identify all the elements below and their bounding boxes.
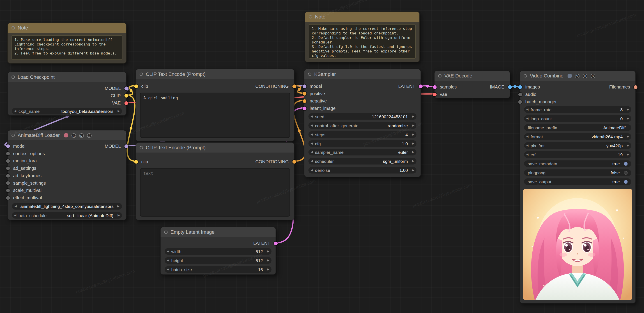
node-ksampler[interactable]: KSampler model positive negative latent_… (304, 69, 421, 177)
node-header[interactable]: KSampler (304, 69, 420, 79)
prev-arrow-icon[interactable]: ◀ (524, 108, 530, 111)
node-header[interactable]: CLIP Text Encode (Prompt) (136, 143, 294, 153)
input-port[interactable] (6, 196, 10, 199)
widget-frame-rate[interactable]: ◀ frame_rate 8 ▶ (524, 106, 631, 113)
collapse-dot-icon[interactable] (12, 134, 15, 137)
input-port[interactable] (6, 174, 10, 177)
widget-save-metadata[interactable]: save_metadata true (524, 160, 631, 167)
input-port-audio[interactable] (518, 93, 522, 96)
input-port-model[interactable] (6, 144, 10, 148)
widget-save-output[interactable]: save_output true (524, 178, 631, 185)
output-slot-image[interactable]: IMAGE (490, 83, 510, 91)
input-slot-clip[interactable]: clip (136, 82, 148, 90)
input-port-samples[interactable] (433, 85, 436, 89)
input-port-batch-manager[interactable] (518, 100, 522, 104)
output-port-clip[interactable] (124, 94, 128, 97)
next-arrow-icon[interactable]: ▶ (410, 124, 416, 127)
node-video-combine[interactable]: Video Combine V H S images audio batch_m… (520, 70, 636, 304)
input-port-latent-image[interactable] (302, 107, 306, 110)
node-clip-text-encode-positive[interactable]: CLIP Text Encode (Prompt) clip CONDITION… (136, 69, 294, 142)
input-slot-latent-image[interactable]: latent_image (304, 105, 336, 112)
note-text[interactable]: 1. Make sure loading the correct Animate… (12, 35, 122, 60)
collapse-dot-icon[interactable] (12, 26, 15, 30)
collapse-dot-icon[interactable] (308, 72, 312, 76)
prev-arrow-icon[interactable]: ◀ (308, 124, 315, 127)
prev-arrow-icon[interactable]: ◀ (524, 117, 530, 120)
prev-arrow-icon[interactable]: ◀ (308, 115, 315, 118)
input-port[interactable] (6, 188, 10, 192)
next-arrow-icon[interactable]: ▶ (410, 142, 416, 145)
node-header[interactable]: VAE Decode (434, 71, 510, 81)
next-arrow-icon[interactable]: ▶ (116, 109, 122, 113)
output-slot-conditioning[interactable]: CONDITIONING (255, 82, 294, 90)
input-slot-effect-multival[interactable]: effect_multival (8, 194, 42, 201)
output-port-latent[interactable] (419, 84, 422, 88)
input-port[interactable] (6, 166, 10, 170)
input-port-clip[interactable] (134, 84, 138, 88)
next-arrow-icon[interactable]: ▶ (624, 135, 631, 138)
input-port-negative[interactable] (302, 99, 306, 103)
next-arrow-icon[interactable]: ▶ (624, 144, 631, 147)
collapse-dot-icon[interactable] (12, 75, 15, 79)
node-vae-decode[interactable]: VAE Decode samples vae IMAGE (434, 70, 510, 98)
output-slot-model[interactable]: MODEL (105, 84, 126, 92)
prev-arrow-icon[interactable]: ◀ (164, 250, 171, 253)
next-arrow-icon[interactable]: ▶ (410, 160, 416, 163)
node-header[interactable]: Video Combine V H S (520, 71, 636, 81)
next-arrow-icon[interactable]: ▶ (115, 203, 122, 210)
next-arrow-icon[interactable]: ▶ (116, 214, 122, 217)
output-port-vae[interactable] (124, 101, 128, 105)
widget-height[interactable]: ◀ height 512 ▶ (164, 257, 272, 264)
output-port-model[interactable] (124, 86, 128, 90)
next-arrow-icon[interactable]: ▶ (624, 117, 631, 120)
node-graph-canvas[interactable]: Note 1. Make sure loading the correct An… (0, 0, 644, 313)
widget-ckpt-name[interactable]: ◀ ckpt_name toonyou_beta6.safetensors ▶ (12, 108, 122, 114)
node-header[interactable]: CLIP Text Encode (Prompt) (136, 69, 294, 79)
input-slot-vae[interactable]: vae (434, 91, 447, 98)
input-port-model[interactable] (302, 84, 306, 88)
prev-arrow-icon[interactable]: ◀ (308, 151, 315, 154)
input-slot-clip[interactable]: clip (136, 158, 148, 165)
widget-denoise[interactable]: ◀ denoise 1.00 ▶ (308, 167, 416, 173)
node-load-checkpoint[interactable]: Load Checkpoint MODEL CLIP VAE ◀ ckpt_na… (8, 72, 126, 116)
prev-arrow-icon[interactable]: ◀ (524, 135, 530, 138)
input-slot-ad-keyframes[interactable]: ad_keyframes (8, 172, 42, 179)
widget-crf[interactable]: ◀ crf 19 ▶ (524, 151, 631, 158)
input-slot-context-options[interactable]: context_options (8, 150, 45, 157)
next-arrow-icon[interactable]: ▶ (410, 133, 416, 136)
node-header[interactable]: AnimateDiff Loader A D ① (8, 130, 126, 140)
output-port-model[interactable] (124, 144, 128, 148)
input-port-images[interactable] (518, 85, 522, 89)
widget-control-after-generate[interactable]: ◀ control_after_generate randomize ▶ (308, 122, 416, 129)
input-port[interactable] (6, 152, 10, 155)
input-port-vae[interactable] (433, 93, 436, 96)
input-slot-samples[interactable]: samples (434, 83, 456, 91)
collapse-dot-icon[interactable] (140, 146, 143, 149)
node-clip-text-encode-negative[interactable]: CLIP Text Encode (Prompt) clip CONDITION… (136, 142, 294, 220)
widget-beta-schedule[interactable]: ◀ beta_schedule sqrt_linear (AnimateDiff… (12, 212, 122, 219)
node-empty-latent-image[interactable]: Empty Latent Image LATENT ◀ width 512 ▶ … (160, 227, 276, 275)
prev-arrow-icon[interactable]: ◀ (308, 160, 315, 163)
input-port-clip[interactable] (134, 160, 138, 163)
next-arrow-icon[interactable]: ▶ (410, 169, 416, 172)
prev-arrow-icon[interactable]: ◀ (308, 169, 315, 172)
widget-cfg[interactable]: ◀ cfg 1.0 ▶ (308, 140, 416, 147)
input-slot-scale-multival[interactable]: scale_multival (8, 187, 42, 194)
next-arrow-icon[interactable]: ▶ (624, 153, 631, 156)
node-header[interactable]: Load Checkpoint (8, 72, 126, 82)
prev-arrow-icon[interactable]: ◀ (164, 259, 171, 262)
collapse-dot-icon[interactable] (164, 231, 168, 234)
note-text[interactable]: 1. Make sure using the correct inference… (309, 24, 416, 59)
collapse-dot-icon[interactable] (438, 74, 442, 78)
prev-arrow-icon[interactable]: ◀ (308, 133, 315, 136)
prev-arrow-icon[interactable]: ◀ (164, 268, 171, 271)
prev-arrow-icon[interactable]: ◀ (524, 153, 530, 156)
widget-scheduler[interactable]: ◀ scheduler sgm_uniform ▶ (308, 158, 416, 164)
node-note-1[interactable]: Note 1. Make sure loading the correct An… (8, 22, 126, 63)
node-note-2[interactable]: Note 1. Make sure using the correct infe… (305, 11, 420, 62)
input-slot-positive[interactable]: positive (304, 90, 325, 97)
widget-sampler-name[interactable]: ◀ sampler_name euler ▶ (308, 149, 416, 155)
input-slot-model[interactable]: model (8, 142, 26, 150)
output-port-filenames[interactable] (634, 85, 637, 89)
output-slot-vae[interactable]: VAE (112, 99, 126, 107)
